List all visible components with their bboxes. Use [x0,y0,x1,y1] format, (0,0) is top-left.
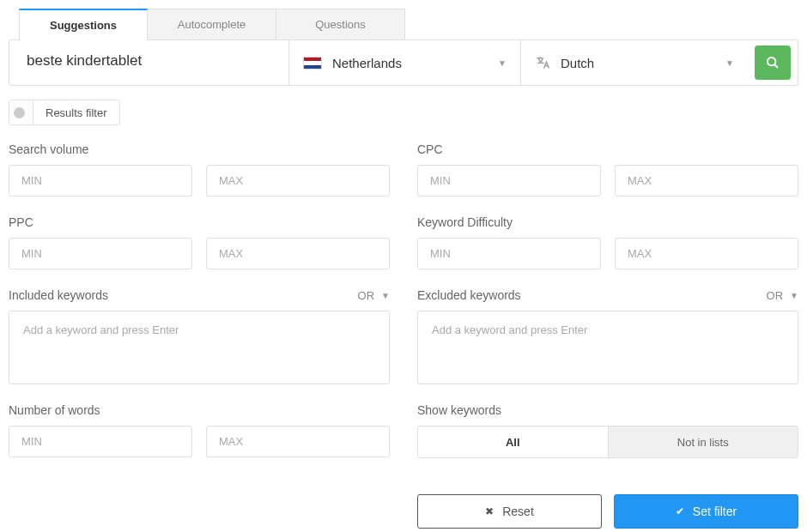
filter-cpc: CPC [417,142,798,196]
svg-point-0 [768,57,775,65]
logic-label: OR [358,289,375,302]
filter-word-count: Number of words [9,403,390,458]
search-volume-max[interactable] [206,165,390,196]
keyword-input[interactable] [27,52,271,70]
filter-excluded-keywords: Excluded keywords OR ▼ Add a keyword and… [417,288,798,384]
segment-all[interactable]: All [418,426,608,457]
search-button[interactable] [755,45,791,80]
country-select[interactable]: Netherlands ▼ [288,40,520,85]
excluded-logic-select[interactable]: OR ▼ [767,289,798,302]
translate-icon [535,55,561,70]
filter-label: PPC [9,215,390,229]
filter-label: CPC [417,142,798,156]
close-icon: ✖ [485,505,494,517]
action-buttons: ✖ Reset ✔ Set filter [417,477,798,529]
filter-label: Keyword Difficulty [417,215,798,229]
toggle-knob [14,107,25,118]
chevron-down-icon: ▼ [790,291,798,300]
chevron-down-icon: ▼ [381,291,390,300]
results-filter-toggle[interactable]: Results filter [9,100,120,125]
chevron-down-icon: ▼ [725,58,734,68]
search-row: Netherlands ▼ Dutch ▼ [9,39,798,86]
segment-not-in-lists[interactable]: Not in lists [608,426,798,457]
set-filter-button[interactable]: ✔ Set filter [614,494,798,529]
filter-show-keywords: Show keywords All Not in lists [417,403,798,458]
kd-min[interactable] [417,238,601,269]
filter-label: Search volume [9,142,390,156]
filter-search-volume: Search volume [9,142,390,196]
filter-label: Show keywords [417,403,798,417]
cpc-min[interactable] [417,165,601,196]
filter-label: Excluded keywords [417,288,521,302]
excluded-keywords-input[interactable]: Add a keyword and press Enter [417,311,798,384]
language-label: Dutch [561,56,725,70]
tab-suggestions[interactable]: Suggestions [19,9,148,40]
ppc-max[interactable] [206,238,390,269]
filter-label: Number of words [9,403,390,417]
keyword-input-wrap [9,40,288,85]
tab-autocomplete[interactable]: Autocomplete [148,9,276,40]
filter-included-keywords: Included keywords OR ▼ Add a keyword and… [9,288,390,384]
search-icon [766,56,780,70]
kd-max[interactable] [615,238,798,269]
flag-icon [303,57,322,70]
show-keywords-segmented: All Not in lists [417,426,798,458]
country-label: Netherlands [332,56,498,70]
filter-grid: Search volume CPC PPC Keyword Difficulty [9,142,798,529]
ppc-min[interactable] [9,238,192,269]
logic-label: OR [767,289,784,302]
chevron-down-icon: ▼ [498,58,507,68]
included-keywords-input[interactable]: Add a keyword and press Enter [9,311,390,384]
set-filter-label: Set filter [693,505,737,518]
filter-toggle-row: Results filter [9,100,798,125]
included-logic-select[interactable]: OR ▼ [358,289,390,302]
reset-label: Reset [502,505,534,518]
filter-keyword-difficulty: Keyword Difficulty [417,215,798,269]
reset-button[interactable]: ✖ Reset [417,494,602,529]
filter-label: Included keywords [9,288,108,302]
language-select[interactable]: Dutch ▼ [520,40,748,85]
toggle-switch [9,100,33,125]
words-min[interactable] [9,426,192,457]
filter-ppc: PPC [9,215,390,269]
check-icon: ✔ [676,505,684,517]
search-volume-min[interactable] [9,165,192,196]
cpc-max[interactable] [615,165,798,196]
results-filter-label: Results filter [33,106,119,119]
tabs: Suggestions Autocomplete Questions [19,9,798,40]
words-max[interactable] [206,426,390,457]
tab-questions[interactable]: Questions [276,9,405,40]
